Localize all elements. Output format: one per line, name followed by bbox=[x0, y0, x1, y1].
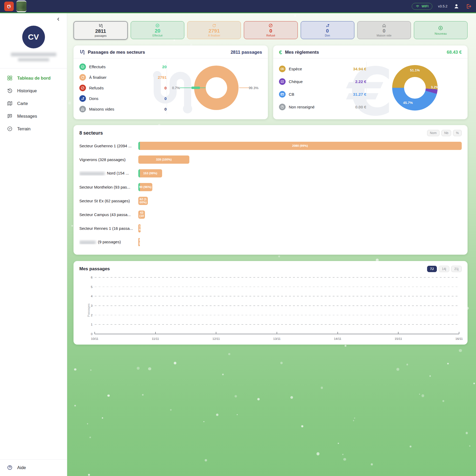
sidebar-item-tableau-de-bord[interactable]: Tableau de bord bbox=[0, 72, 67, 84]
secteur-bar[interactable]: 9 (100%) bbox=[138, 238, 140, 246]
secteur-bar[interactable]: 16 (100%) bbox=[138, 224, 141, 232]
donation-badge bbox=[79, 95, 86, 102]
reglements-list: Espèce34.94 €Chèque2.22 €CB31.27 €Non re… bbox=[279, 61, 366, 115]
chevron-left-icon bbox=[56, 17, 61, 21]
secteur-label: (9 passages) bbox=[79, 240, 136, 244]
stat-card-effectue[interactable]: 20Effectué bbox=[131, 21, 184, 39]
stat-value: 0 bbox=[326, 28, 329, 34]
x-tick-mark bbox=[94, 332, 95, 334]
range-button-14j[interactable]: 14j bbox=[439, 266, 449, 272]
app-version: v3.5.2 bbox=[438, 4, 447, 8]
list-item: Dons0 bbox=[79, 94, 167, 103]
secteur-bar-area: 328 (100%) bbox=[138, 155, 462, 164]
sidebar-item-aide[interactable]: Aide bbox=[0, 461, 67, 474]
list-item-label: Effectués bbox=[89, 65, 106, 69]
secteur-bar-area: 16 (100%) bbox=[138, 224, 462, 232]
list-item: Espèce34.94 € bbox=[279, 64, 366, 73]
gridline bbox=[95, 296, 459, 296]
y-tick-label: 5 bbox=[87, 285, 93, 289]
route-icon bbox=[98, 24, 103, 28]
secteur-bar-area: 43 (100%) bbox=[138, 210, 462, 219]
x-tick-label: 15/11 bbox=[395, 337, 402, 340]
list-item: Chèque2.22 € bbox=[279, 77, 366, 86]
stat-card-nouveau[interactable]: Nouveau bbox=[414, 21, 468, 39]
cheque-icon bbox=[280, 80, 284, 84]
compass-icon bbox=[7, 126, 13, 132]
list-item: Non renseigné0.00 € bbox=[279, 102, 366, 111]
x-tick-label: 16/11 bbox=[455, 337, 463, 340]
secteur-label: Secteur Campus (43 passa... bbox=[79, 212, 136, 217]
stat-label: Refusé bbox=[266, 34, 275, 37]
secteur-label: Nord (154 ... bbox=[79, 171, 136, 175]
passages-card-total: 2811 passages bbox=[231, 50, 262, 55]
secteur-bar[interactable]: 328 (100%) bbox=[138, 155, 189, 164]
secteur-bar[interactable]: 62 (100%) bbox=[138, 197, 148, 205]
green-slice-marker bbox=[191, 87, 200, 89]
secteur-label: Secteur Rennes 1 (16 passa... bbox=[79, 226, 136, 231]
secteur-bar[interactable]: 153 (99%) bbox=[138, 169, 162, 177]
passages-list: Effectués20À finaliser2791Refusés0Dons0M… bbox=[79, 61, 167, 115]
stat-card-refuse[interactable]: 0Refusé bbox=[244, 21, 298, 39]
chart-title: Mes passages bbox=[79, 266, 110, 272]
secteur-bar-area: 90 (96%) bbox=[138, 183, 462, 191]
donut-left-label: 0.7% bbox=[172, 86, 180, 90]
sidebar-collapse-button[interactable] bbox=[56, 16, 61, 22]
x-tick-label: 12/11 bbox=[212, 337, 220, 340]
list-item-value: 0 bbox=[164, 107, 167, 111]
y-tick-label: 4 bbox=[87, 295, 93, 298]
sidebar-item-messages[interactable]: Messages bbox=[0, 110, 67, 122]
card-badge bbox=[279, 91, 286, 98]
secteur-bar[interactable]: 90 (96%) bbox=[138, 183, 152, 191]
sort-button-pct[interactable]: % bbox=[453, 130, 462, 136]
passages-donut-chart bbox=[194, 66, 239, 110]
stat-card-passages[interactable]: 2811passages bbox=[74, 21, 128, 40]
gridline bbox=[95, 277, 459, 278]
sort-button-nom[interactable]: Nom bbox=[427, 130, 440, 136]
list-item-label: À finaliser bbox=[89, 75, 107, 80]
list-item-value: 20 bbox=[162, 65, 167, 69]
home-badge bbox=[79, 106, 86, 112]
help-icon bbox=[7, 465, 13, 470]
top-navbar: WIFI v3.5.2 bbox=[0, 0, 476, 13]
sort-button-nb[interactable]: Nb bbox=[441, 130, 451, 136]
stat-label: Effectué bbox=[153, 34, 163, 37]
question-badge bbox=[279, 104, 286, 110]
secteur-bar-label: 62 (100%) bbox=[138, 198, 148, 204]
secteur-row: Secteur Monthelon (93 pas...90 (96%) bbox=[79, 180, 462, 194]
redacted-text bbox=[79, 241, 96, 244]
list-item-label: Chèque bbox=[289, 79, 303, 84]
route-icon bbox=[79, 49, 85, 55]
stat-card-a-finaliser[interactable]: 2791À finaliser bbox=[187, 21, 241, 39]
logout-icon[interactable] bbox=[465, 3, 472, 10]
redacted-text bbox=[11, 53, 56, 56]
gridline bbox=[95, 315, 459, 315]
app-logo[interactable] bbox=[4, 2, 14, 11]
x-tick-mark bbox=[398, 332, 399, 334]
navbar-right: WIFI v3.5.2 bbox=[412, 3, 472, 10]
list-item: Refusés0 bbox=[79, 83, 167, 92]
range-button-21j[interactable]: 21j bbox=[451, 266, 462, 272]
map-thumbnail[interactable] bbox=[16, 1, 26, 12]
ban-icon bbox=[268, 23, 273, 28]
sidebar-item-terrain[interactable]: Terrain bbox=[0, 122, 67, 135]
secteur-label: Secteur Monthelon (93 pas... bbox=[79, 185, 136, 189]
sidebar-item-historique[interactable]: Historique bbox=[0, 84, 67, 97]
passages-card-title: Passages de mes secteurs bbox=[88, 50, 145, 55]
passages-donut-area: 0.7% 99.3% bbox=[167, 61, 264, 115]
sidebar-item-carte[interactable]: Carte bbox=[0, 97, 67, 110]
user-icon[interactable] bbox=[453, 3, 460, 10]
secteur-bar[interactable]: 43 (100%) bbox=[138, 210, 145, 219]
reglements-card: € Mes règlements 68.43 € € Espèce34.94 €… bbox=[273, 45, 468, 119]
range-button-7j[interactable]: 7J bbox=[427, 266, 437, 272]
stat-card-maison-vide[interactable]: 0Maison vide bbox=[357, 21, 411, 39]
sidebar-item-label: Terrain bbox=[17, 126, 30, 131]
secteur-label: Vignerons (328 passages) bbox=[79, 157, 136, 162]
x-tick-label: 13/11 bbox=[273, 337, 281, 340]
secteur-bar[interactable]: 2080 (99%) bbox=[138, 142, 462, 150]
donut-label-cheque: 3.2% bbox=[431, 85, 439, 89]
secteur-bar-label: 90 (96%) bbox=[138, 185, 152, 189]
sidebar: CV Tableau de bordHistoriqueCarteMessage… bbox=[0, 13, 67, 476]
list-item-label: Dons bbox=[89, 96, 98, 101]
check-circle-icon bbox=[81, 65, 85, 69]
stat-card-don[interactable]: 0Don bbox=[301, 21, 354, 39]
